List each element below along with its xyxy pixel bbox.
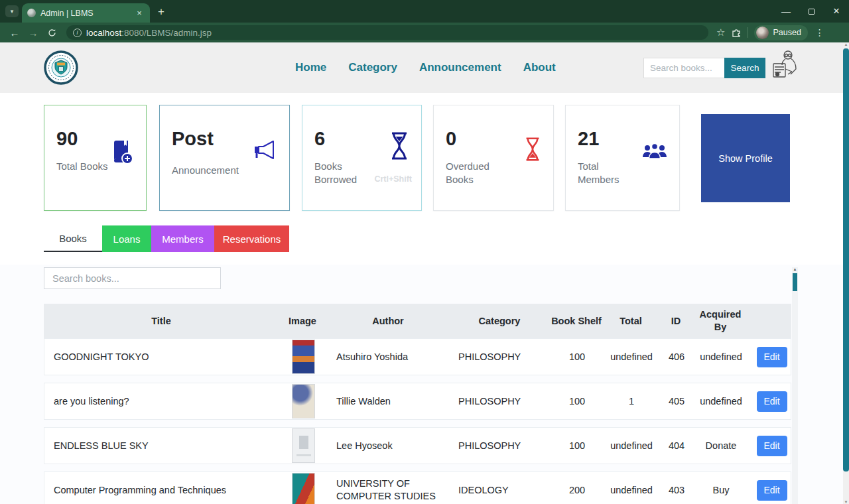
header-search: Search bbox=[643, 58, 765, 78]
profile-button[interactable]: Paused bbox=[754, 25, 807, 40]
cell-book-shelf: 100 bbox=[550, 351, 604, 363]
books-borrowed-value: 6 bbox=[314, 128, 325, 150]
scroll-up-icon[interactable]: ▲ bbox=[792, 267, 798, 271]
main-nav: Home Category Announcement About bbox=[295, 42, 556, 93]
total-books-card[interactable]: 90 Total Books bbox=[44, 105, 147, 211]
total-members-value: 21 bbox=[578, 128, 599, 150]
nav-announcement[interactable]: Announcement bbox=[419, 61, 501, 74]
back-icon[interactable]: ← bbox=[7, 25, 23, 40]
new-tab-button[interactable]: + bbox=[158, 5, 164, 19]
cell-id: 403 bbox=[659, 485, 694, 495]
forward-icon[interactable]: → bbox=[25, 25, 41, 40]
overdued-books-card[interactable]: 0 Overdued Books bbox=[433, 105, 554, 211]
address-bar[interactable]: i localhost:8080/LBMS/admin.jsp bbox=[66, 25, 708, 40]
reload-icon[interactable] bbox=[44, 25, 60, 40]
scroll-up-icon[interactable]: ▲ bbox=[843, 42, 849, 46]
cell-author: Tillie Walden bbox=[327, 395, 450, 408]
section-tabs: Books Loans Members Reservations bbox=[44, 225, 289, 252]
tab-search-chevron-icon[interactable]: ▾ bbox=[5, 5, 19, 17]
minimize-button[interactable]: — bbox=[773, 0, 799, 23]
header-search-button[interactable]: Search bbox=[724, 58, 765, 78]
hourglass-red-icon bbox=[524, 137, 541, 161]
cell-category: PHILOSOPHY bbox=[450, 396, 550, 407]
megaphone-icon bbox=[251, 140, 277, 161]
tab-members[interactable]: Members bbox=[151, 225, 214, 252]
cell-category: PHILOSOPHY bbox=[450, 440, 550, 451]
table-header: Title Image Author Category Book Shelf T… bbox=[44, 304, 791, 338]
table-row: ENDLESS BLUE SKY Lee Hyoseok PHILOSOPHY … bbox=[44, 427, 791, 464]
tab-close-icon[interactable]: × bbox=[134, 8, 145, 19]
books-borrowed-card[interactable]: 6 Books Borrowed Crtl+Shift bbox=[302, 105, 422, 211]
book-cover-image bbox=[292, 428, 315, 463]
browser-tab[interactable]: Admin | LBMS × bbox=[22, 3, 150, 23]
col-author: Author bbox=[326, 315, 450, 328]
hourglass-blue-icon bbox=[389, 132, 409, 160]
close-button[interactable]: × bbox=[824, 0, 849, 23]
cell-book-shelf: 100 bbox=[550, 395, 604, 408]
person-reading-icon bbox=[768, 49, 801, 81]
url-host: localhost bbox=[86, 28, 121, 38]
overdued-books-value: 0 bbox=[446, 128, 456, 150]
cell-total: undefined bbox=[604, 351, 659, 362]
table-scrollbar-thumb[interactable] bbox=[793, 273, 797, 291]
page-scrollbar-thumb[interactable] bbox=[843, 48, 849, 472]
total-members-card[interactable]: 21 Total Members bbox=[565, 105, 680, 211]
post-announcement-card[interactable]: Post Announcement bbox=[159, 105, 290, 211]
tab-books[interactable]: Books bbox=[44, 225, 102, 252]
url-path: :8080/LBMS/admin.jsp bbox=[121, 28, 212, 38]
browser-tab-strip: ▾ Admin | LBMS × + — × bbox=[0, 0, 849, 23]
table-row: are you listening? Tillie Walden PHILOSO… bbox=[44, 383, 791, 420]
books-borrowed-label: Books Borrowed bbox=[314, 160, 374, 186]
site-info-icon[interactable]: i bbox=[73, 29, 82, 37]
tab-reservations[interactable]: Reservations bbox=[214, 225, 289, 252]
table-row: Computer Programming and Techniques UNIV… bbox=[44, 472, 791, 504]
table-scrollbar[interactable]: ▲ bbox=[792, 267, 798, 504]
tab-title: Admin | LBMS bbox=[40, 9, 134, 18]
toolbar-divider bbox=[748, 27, 748, 38]
favicon-globe-icon bbox=[27, 9, 36, 17]
nav-about[interactable]: About bbox=[523, 61, 556, 74]
cell-book-shelf: 200 bbox=[550, 484, 604, 497]
site-header: Home Category Announcement About Search bbox=[0, 42, 849, 93]
scroll-down-icon[interactable]: ▼ bbox=[843, 500, 849, 504]
browser-toolbar: ← → i localhost:8080/LBMS/admin.jsp ☆ Pa… bbox=[0, 23, 849, 42]
overdued-books-label: Overdued Books bbox=[446, 160, 505, 186]
page-scrollbar[interactable]: ▲ ▼ bbox=[843, 42, 849, 504]
cell-total: undefined bbox=[604, 485, 659, 495]
post-announcement-value: Post bbox=[172, 128, 214, 150]
cell-book-shelf: 100 bbox=[550, 440, 604, 452]
cell-author: Atsuhiro Yoshida bbox=[327, 351, 450, 363]
header-search-input[interactable] bbox=[643, 58, 724, 78]
col-category: Category bbox=[450, 316, 549, 326]
profile-label: Paused bbox=[773, 28, 801, 37]
edit-button[interactable]: Edit bbox=[757, 347, 787, 367]
url-text: localhost:8080/LBMS/admin.jsp bbox=[86, 28, 212, 38]
total-books-value: 90 bbox=[56, 128, 78, 150]
tab-loans[interactable]: Loans bbox=[102, 225, 151, 252]
total-books-label: Total Books bbox=[56, 160, 116, 173]
cell-total: 1 bbox=[604, 396, 659, 407]
show-profile-button[interactable]: Show Profile bbox=[701, 114, 790, 202]
toolbar-right: ☆ Paused ⋮ bbox=[716, 25, 824, 40]
edit-button[interactable]: Edit bbox=[757, 436, 787, 456]
post-announcement-label: Announcement bbox=[172, 164, 258, 177]
book-plus-icon bbox=[110, 140, 134, 165]
edit-button[interactable]: Edit bbox=[757, 480, 787, 501]
cell-category: IDEOLOGY bbox=[450, 485, 550, 495]
extensions-puzzle-icon[interactable] bbox=[731, 27, 742, 38]
bookmark-star-icon[interactable]: ☆ bbox=[716, 27, 725, 38]
university-logo[interactable] bbox=[44, 50, 78, 85]
cell-author: Lee Hyoseok bbox=[327, 440, 450, 452]
cell-category: PHILOSOPHY bbox=[450, 351, 550, 362]
book-cover-image bbox=[292, 340, 315, 374]
maximize-button[interactable] bbox=[799, 0, 824, 23]
nav-category[interactable]: Category bbox=[348, 61, 397, 74]
profile-avatar bbox=[756, 27, 769, 39]
edit-button[interactable]: Edit bbox=[757, 391, 787, 412]
books-borrowed-hint: Crtl+Shift bbox=[374, 174, 412, 184]
maximize-icon bbox=[809, 9, 815, 15]
nav-home[interactable]: Home bbox=[295, 61, 326, 74]
books-search-input[interactable] bbox=[44, 267, 221, 289]
cell-acquired-by: undefined bbox=[694, 395, 748, 408]
browser-menu-icon[interactable]: ⋮ bbox=[815, 27, 824, 38]
